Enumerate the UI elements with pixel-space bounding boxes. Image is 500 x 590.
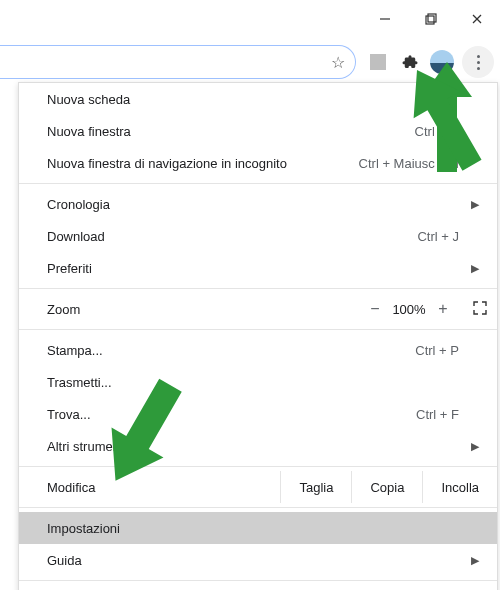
menu-label: Download — [47, 229, 379, 244]
menu-button[interactable] — [462, 46, 494, 78]
svg-rect-2 — [428, 14, 436, 22]
menu-item-help[interactable]: Guida ▶ — [19, 544, 497, 576]
menu-label: Trasmetti... — [47, 375, 379, 390]
chevron-right-icon: ▶ — [471, 554, 479, 567]
menu-item-new-tab[interactable]: Nuova scheda Ctrl + T ▶ — [19, 83, 497, 115]
menu-item-more-tools[interactable]: Altri strumenti ▶ — [19, 430, 497, 462]
close-button[interactable] — [454, 0, 500, 38]
chevron-right-icon: ▶ — [471, 440, 479, 453]
menu-label: Cronologia — [47, 197, 379, 212]
omnibox[interactable]: ☆ — [0, 45, 356, 79]
menu-item-new-window[interactable]: Nuova finestra Ctrl + N ▶ — [19, 115, 497, 147]
menu-item-new-incognito[interactable]: Nuova finestra di navigazione in incogni… — [19, 147, 497, 179]
menu-item-exit[interactable]: Esci ▶ — [19, 585, 497, 590]
menu-item-history[interactable]: Cronologia ▶ — [19, 188, 497, 220]
menu-label: Guida — [47, 553, 379, 568]
menu-separator — [19, 580, 497, 581]
chevron-right-icon: ▶ — [471, 198, 479, 211]
menu-accelerator: Ctrl + J — [379, 229, 459, 244]
menu-label: Zoom — [47, 302, 361, 317]
menu-label: Preferiti — [47, 261, 379, 276]
edit-cut-button[interactable]: Taglia — [280, 471, 351, 503]
menu-label: Trova... — [47, 407, 379, 422]
menu-label: Nuova finestra di navigazione in incogni… — [47, 156, 359, 171]
zoom-out-button[interactable]: − — [361, 300, 389, 318]
menu-item-zoom: Zoom − 100% + — [19, 293, 497, 325]
toolbar-actions — [366, 46, 494, 78]
menu-item-settings[interactable]: Impostazioni ▶ — [19, 512, 497, 544]
menu-label: Impostazioni — [47, 521, 379, 536]
menu-separator — [19, 288, 497, 289]
extensions-puzzle-icon[interactable] — [398, 50, 422, 74]
maximize-button[interactable] — [408, 0, 454, 38]
edit-copy-button[interactable]: Copia — [351, 471, 422, 503]
menu-label: Nuova finestra — [47, 124, 379, 139]
vertical-dots-icon — [477, 55, 480, 70]
window-controls — [362, 0, 500, 38]
menu-accelerator: Ctrl + N — [379, 124, 459, 139]
browser-toolbar: ☆ — [0, 42, 500, 82]
menu-label: Altri strumenti — [47, 439, 379, 454]
chevron-right-icon: ▶ — [471, 262, 479, 275]
svg-rect-1 — [426, 16, 434, 24]
menu-separator — [19, 329, 497, 330]
menu-label: Modifica — [47, 480, 280, 495]
menu-item-bookmarks[interactable]: Preferiti ▶ — [19, 252, 497, 284]
fullscreen-button[interactable] — [473, 301, 487, 318]
zoom-value: 100% — [389, 302, 429, 317]
menu-separator — [19, 466, 497, 467]
menu-item-find[interactable]: Trova... Ctrl + F ▶ — [19, 398, 497, 430]
chrome-menu: Nuova scheda Ctrl + T ▶ Nuova finestra C… — [18, 82, 498, 590]
menu-separator — [19, 507, 497, 508]
menu-item-edit: Modifica Taglia Copia Incolla — [19, 471, 497, 503]
menu-accelerator: Ctrl + T — [379, 92, 459, 107]
menu-accelerator: Ctrl + Maiusc + N — [359, 156, 459, 171]
menu-label: Nuova scheda — [47, 92, 379, 107]
menu-accelerator: Ctrl + P — [379, 343, 459, 358]
edit-paste-button[interactable]: Incolla — [422, 471, 497, 503]
menu-item-print[interactable]: Stampa... Ctrl + P ▶ — [19, 334, 497, 366]
zoom-in-button[interactable]: + — [429, 300, 457, 318]
extension-square-icon[interactable] — [366, 50, 390, 74]
menu-separator — [19, 183, 497, 184]
bookmark-star-icon[interactable]: ☆ — [331, 53, 345, 72]
menu-label: Stampa... — [47, 343, 379, 358]
menu-item-downloads[interactable]: Download Ctrl + J ▶ — [19, 220, 497, 252]
menu-accelerator: Ctrl + F — [379, 407, 459, 422]
minimize-button[interactable] — [362, 0, 408, 38]
menu-item-cast[interactable]: Trasmetti... ▶ — [19, 366, 497, 398]
profile-avatar[interactable] — [430, 50, 454, 74]
